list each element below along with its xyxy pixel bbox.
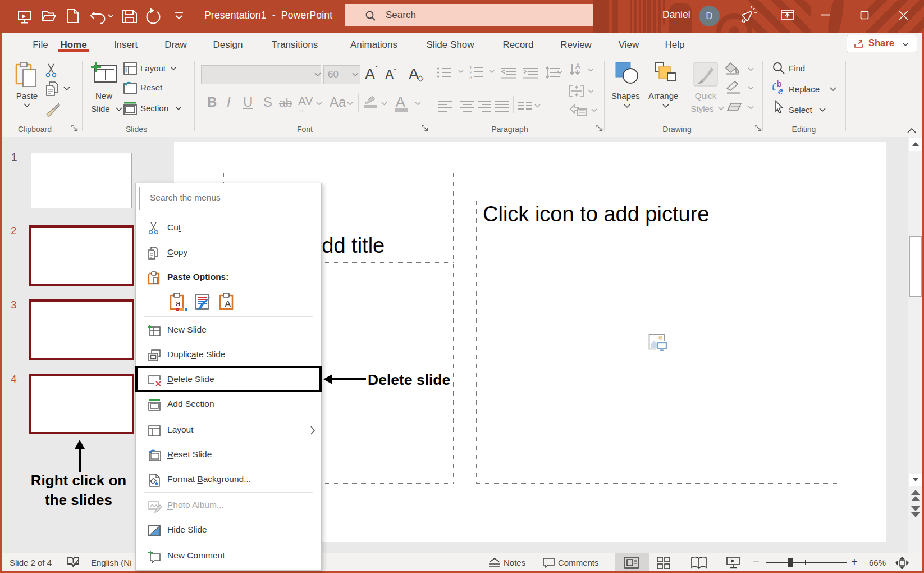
svg-text:A: A — [225, 299, 231, 310]
svg-text:A: A — [575, 63, 580, 70]
svg-text:3: 3 — [469, 75, 472, 80]
svg-text:a: a — [176, 298, 181, 308]
